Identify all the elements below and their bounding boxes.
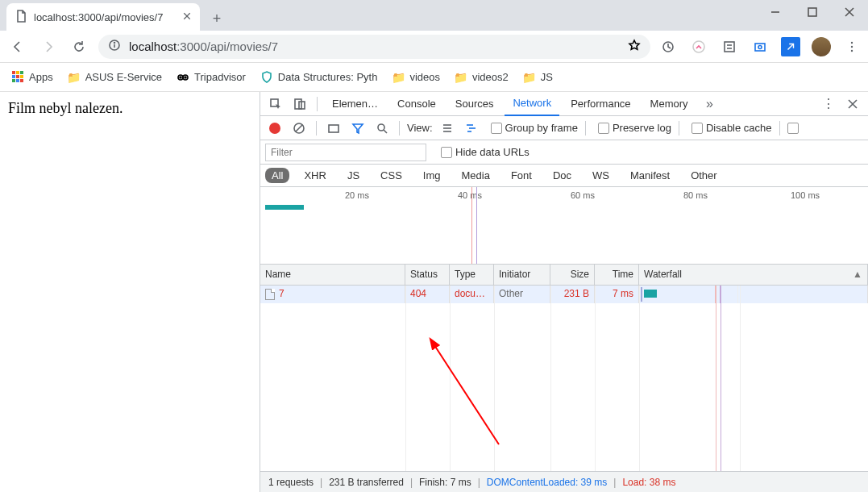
back-button[interactable] xyxy=(6,35,29,58)
record-button[interactable] xyxy=(265,119,284,138)
network-timeline[interactable]: 20 ms 40 ms 60 ms 80 ms 100 ms xyxy=(260,187,868,265)
tab-performance[interactable]: Performance xyxy=(563,92,638,116)
group-by-frame-checkbox[interactable]: Group by frame xyxy=(491,122,578,134)
type-filter-js[interactable]: JS xyxy=(341,168,366,183)
type-filter-css[interactable]: CSS xyxy=(374,168,409,183)
svg-point-31 xyxy=(378,124,384,131)
svg-rect-14 xyxy=(755,44,765,51)
profile-avatar[interactable] xyxy=(812,37,831,56)
table-row[interactable]: 7 404 docu… Other 231 B 7 ms xyxy=(260,286,868,303)
extension-screenshot-icon[interactable] xyxy=(750,37,770,56)
svg-line-29 xyxy=(296,125,302,131)
svg-rect-24 xyxy=(295,99,301,109)
col-header-status[interactable]: Status xyxy=(405,265,450,285)
bookmark-asus[interactable]: 📁 ASUS E-Service xyxy=(68,71,162,84)
tab-memory[interactable]: Memory xyxy=(642,92,696,116)
type-filter-img[interactable]: Img xyxy=(417,168,447,183)
type-filter-manifest[interactable]: Manifest xyxy=(624,168,676,183)
shield-icon xyxy=(260,71,273,84)
folder-icon: 📁 xyxy=(392,71,405,84)
window-minimize[interactable] xyxy=(757,0,794,24)
window-close[interactable] xyxy=(831,0,868,24)
devtools-menu-button[interactable]: ⋮ xyxy=(818,94,839,115)
tab-elements[interactable]: Elemen… xyxy=(324,92,386,116)
search-icon[interactable] xyxy=(372,119,392,138)
window-maximize[interactable] xyxy=(794,0,831,24)
bookmark-datastructures[interactable]: Data Structures: Pyth xyxy=(260,71,378,84)
file-icon xyxy=(15,10,27,25)
network-table: Name Status Type Initiator Size Time Wat… xyxy=(260,265,868,471)
filter-toggle-icon[interactable] xyxy=(348,119,368,138)
svg-point-8 xyxy=(114,42,115,43)
extension-eraser-icon[interactable] xyxy=(689,37,708,56)
col-header-waterfall[interactable]: Waterfall▲ xyxy=(639,265,868,285)
bookmark-videos[interactable]: 📁 videos xyxy=(392,71,440,84)
url-text: localhost:3000/api/movies/7 xyxy=(129,40,278,53)
timeline-tick: 20 ms xyxy=(345,190,369,200)
type-filter-font[interactable]: Font xyxy=(505,168,538,183)
site-info-icon[interactable] xyxy=(108,39,121,55)
bookmark-star-icon[interactable] xyxy=(628,39,641,55)
offline-checkbox[interactable] xyxy=(787,123,799,134)
bookmarks-bar: Apps 📁 ASUS E-Service Tripadvisor Data S… xyxy=(0,63,868,92)
tab-sources[interactable]: Sources xyxy=(447,92,502,116)
browser-menu-button[interactable] xyxy=(842,37,862,56)
bookmark-videos2[interactable]: 📁 videos2 xyxy=(455,71,509,84)
type-filter-other[interactable]: Other xyxy=(684,168,724,183)
devtools-close-button[interactable] xyxy=(842,94,863,115)
col-header-time[interactable]: Time xyxy=(595,265,639,285)
browser-tab[interactable]: localhost:3000/api/movies/7 xyxy=(6,3,200,31)
more-tabs-button[interactable]: » xyxy=(700,94,721,115)
folder-icon: 📁 xyxy=(455,71,467,84)
svg-point-16 xyxy=(851,41,853,43)
timeline-tick: 40 ms xyxy=(458,190,482,200)
extension-checklist-icon[interactable] xyxy=(720,37,739,56)
large-rows-icon[interactable] xyxy=(438,119,457,138)
new-tab-button[interactable]: + xyxy=(205,6,229,31)
status-transferred: 231 B transferred xyxy=(329,477,404,488)
devtools-tabs: Elemen… Console Sources Network Performa… xyxy=(260,92,868,116)
hide-data-urls-checkbox[interactable]: Hide data URLs xyxy=(441,146,530,158)
type-filter-ws[interactable]: WS xyxy=(586,168,616,183)
type-filter-all[interactable]: All xyxy=(265,168,289,183)
col-header-size[interactable]: Size xyxy=(550,265,595,285)
filter-input[interactable] xyxy=(265,144,426,161)
col-header-type[interactable]: Type xyxy=(450,265,494,285)
bookmark-label: videos2 xyxy=(472,71,509,83)
network-toolbar: View: Group by frame Preserve log Disabl… xyxy=(260,116,868,140)
reload-button[interactable] xyxy=(68,35,90,58)
bookmark-js[interactable]: 📁 JS xyxy=(523,71,553,84)
page-body-text: Film nebyl nalezen. xyxy=(0,92,260,492)
omnibox[interactable]: localhost:3000/api/movies/7 xyxy=(98,35,650,59)
waterfall-view-icon[interactable] xyxy=(462,119,481,138)
device-toggle-icon[interactable] xyxy=(289,94,310,115)
clear-button[interactable] xyxy=(289,119,309,138)
type-filter-xhr[interactable]: XHR xyxy=(297,168,332,183)
forward-button[interactable] xyxy=(37,35,60,58)
extension-clock-icon[interactable] xyxy=(658,37,678,56)
screenshot-capture-icon[interactable] xyxy=(324,119,343,138)
svg-point-17 xyxy=(851,45,853,47)
bookmark-tripadvisor[interactable]: Tripadvisor xyxy=(177,71,246,84)
timeline-request-bar xyxy=(265,205,304,210)
apps-shortcut[interactable]: Apps xyxy=(11,71,53,84)
svg-rect-1 xyxy=(808,8,816,16)
col-header-initiator[interactable]: Initiator xyxy=(494,265,550,285)
network-status-bar: 1 requests | 231 B transferred | Finish:… xyxy=(260,471,868,492)
col-header-name[interactable]: Name xyxy=(260,265,405,285)
tab-network[interactable]: Network xyxy=(505,92,559,116)
inspect-element-icon[interactable] xyxy=(265,94,286,115)
timeline-tick: 100 ms xyxy=(791,190,820,200)
waterfall-start xyxy=(641,287,642,302)
timeline-tick: 80 ms xyxy=(683,190,708,200)
type-filter-row: All XHR JS CSS Img Media Font Doc WS Man… xyxy=(260,165,868,187)
extension-arrow-icon[interactable] xyxy=(781,37,800,56)
preserve-log-checkbox[interactable]: Preserve log xyxy=(598,122,671,134)
tab-close-button[interactable] xyxy=(182,10,192,23)
tab-console[interactable]: Console xyxy=(389,92,444,116)
disable-cache-checkbox[interactable]: Disable cache xyxy=(691,122,772,134)
type-filter-media[interactable]: Media xyxy=(455,168,496,183)
svg-point-18 xyxy=(851,49,853,51)
type-filter-doc[interactable]: Doc xyxy=(546,168,578,183)
svg-point-21 xyxy=(180,77,181,78)
